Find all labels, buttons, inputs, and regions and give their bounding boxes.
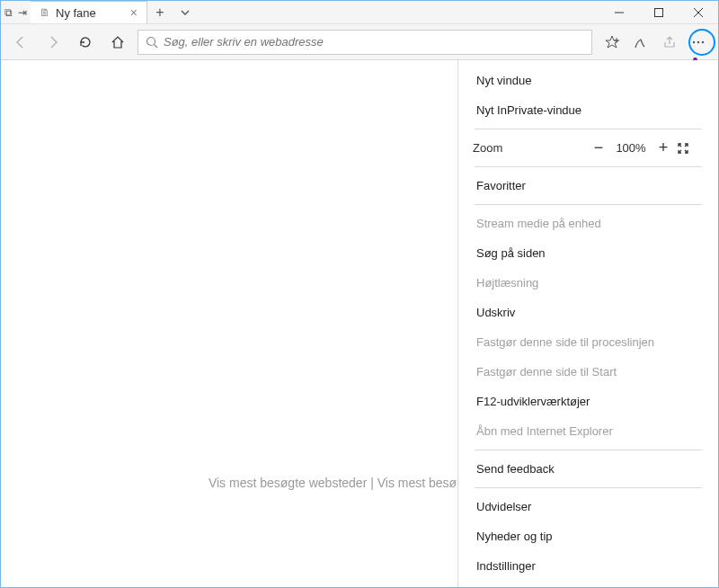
menu-devtools[interactable]: F12-udviklerværktøjer bbox=[458, 387, 718, 416]
share-button[interactable] bbox=[657, 30, 682, 55]
svg-point-4 bbox=[147, 37, 155, 45]
favorites-button[interactable] bbox=[599, 30, 625, 55]
back-button[interactable] bbox=[8, 30, 33, 55]
maximize-button[interactable] bbox=[639, 1, 679, 23]
menu-cast: Stream medie på enhed bbox=[458, 209, 718, 238]
menu-pin-taskbar: Fastgør denne side til proceslinjen bbox=[458, 327, 718, 357]
divider bbox=[475, 204, 702, 205]
toolbar: A bbox=[1, 24, 718, 60]
svg-point-8 bbox=[693, 40, 695, 42]
divider bbox=[475, 129, 702, 129]
menu-feedback[interactable]: Send feedback bbox=[458, 454, 718, 484]
browser-tab[interactable]: 🗎 Ny fane × bbox=[31, 1, 147, 23]
show-tabs-aside-icon[interactable]: ⇥ bbox=[18, 6, 27, 19]
tabs-aside-icon[interactable]: ⧉ bbox=[4, 6, 13, 19]
menu-settings[interactable]: Indstillinger bbox=[458, 551, 718, 581]
divider bbox=[475, 166, 702, 167]
svg-rect-1 bbox=[655, 8, 663, 16]
new-tab-button[interactable]: + bbox=[147, 1, 173, 23]
menu-news-tips[interactable]: Nyheder og tip bbox=[458, 521, 718, 551]
home-button[interactable] bbox=[105, 30, 130, 55]
fullscreen-button[interactable] bbox=[677, 142, 704, 155]
svg-point-10 bbox=[702, 40, 704, 42]
menu-favorites[interactable]: Favoritter bbox=[458, 171, 718, 200]
search-input[interactable] bbox=[164, 35, 584, 49]
svg-line-5 bbox=[155, 44, 158, 48]
menu-new-window[interactable]: Nyt vindue bbox=[458, 66, 718, 95]
zoom-in-button[interactable]: + bbox=[650, 138, 677, 157]
menu-read-aloud: Højtlæsning bbox=[458, 268, 718, 298]
address-bar[interactable] bbox=[138, 30, 592, 55]
tab-title: Ny fane bbox=[56, 6, 96, 20]
more-button[interactable] bbox=[686, 30, 711, 55]
divider bbox=[475, 487, 702, 488]
menu-find[interactable]: Søg på siden bbox=[458, 238, 718, 268]
menu-open-ie: Åbn med Internet Explorer bbox=[458, 416, 718, 446]
svg-point-9 bbox=[697, 40, 699, 42]
zoom-out-button[interactable]: − bbox=[585, 138, 612, 157]
page-icon: 🗎 bbox=[40, 6, 50, 19]
minimize-button[interactable] bbox=[599, 1, 639, 23]
tab-overflow-button[interactable] bbox=[173, 1, 198, 23]
search-icon bbox=[146, 36, 158, 49]
close-window-button[interactable] bbox=[679, 1, 718, 23]
forward-button[interactable] bbox=[40, 30, 66, 55]
menu-pin-start: Fastgør denne side til Start bbox=[458, 357, 718, 387]
refresh-button[interactable] bbox=[73, 30, 98, 55]
titlebar: ⧉ ⇥ 🗎 Ny fane × + bbox=[1, 1, 718, 24]
divider bbox=[475, 450, 702, 450]
zoom-value: 100% bbox=[612, 141, 650, 155]
content-area: Vis mest besøgte websteder | Vis mest be… bbox=[1, 60, 718, 587]
menu-print[interactable]: Udskriv bbox=[458, 298, 718, 327]
menu-zoom-row: Zoom − 100% + bbox=[458, 133, 718, 163]
reading-list-button[interactable] bbox=[628, 30, 653, 55]
menu-extensions[interactable]: Udvidelser bbox=[458, 492, 718, 521]
zoom-label: Zoom bbox=[473, 141, 585, 155]
more-menu: Nyt vindue Nyt InPrivate-vindue Zoom − 1… bbox=[457, 60, 718, 587]
close-tab-icon[interactable]: × bbox=[130, 5, 138, 20]
menu-new-inprivate[interactable]: Nyt InPrivate-vindue bbox=[458, 95, 718, 125]
